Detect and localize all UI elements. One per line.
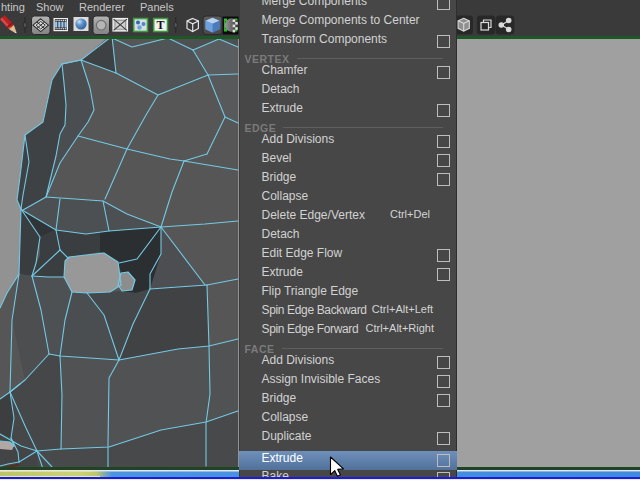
svg-text:T: T xyxy=(157,18,165,32)
